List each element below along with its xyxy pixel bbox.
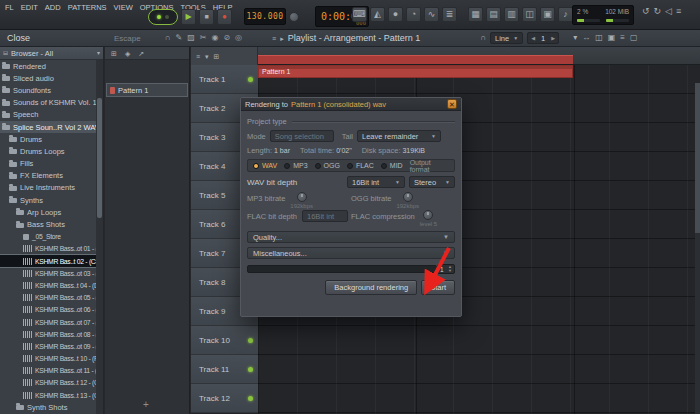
- tempo-tap-icon[interactable]: ♪: [558, 7, 573, 22]
- tempo-knob[interactable]: [289, 12, 299, 22]
- ogg-bitrate-knob[interactable]: [403, 192, 413, 202]
- browser-item[interactable]: KSHMR Bass..ot 07 - (E): [0, 316, 97, 328]
- browser-item[interactable]: Drums: [0, 133, 97, 145]
- playlist-menu-icon[interactable]: ≡: [272, 35, 276, 42]
- copies-spinner[interactable]: 1 ▲▼: [437, 264, 455, 274]
- mode-dropdown[interactable]: Song selection: [270, 130, 334, 142]
- format-option-mp3[interactable]: MP3: [284, 162, 307, 169]
- browser-scrollbar-thumb[interactable]: [97, 98, 102, 218]
- tail-dropdown[interactable]: Leave remainder ▼: [357, 130, 441, 142]
- stretch-icon[interactable]: ↔: [582, 34, 590, 42]
- pattern-stepper[interactable]: ◀ 1 ▶: [527, 32, 559, 44]
- browser-item[interactable]: KSHMR Bass..ot 06 - (D): [0, 304, 97, 316]
- browser-item[interactable]: Rendered: [0, 60, 97, 72]
- browser-item[interactable]: Bass Shots: [0, 218, 97, 230]
- browser-window-icon[interactable]: ◫: [522, 7, 537, 22]
- browser-item[interactable]: KSHMR Bass..t 12 - (G#): [0, 377, 97, 389]
- zoom-tool-icon[interactable]: ◎: [235, 34, 242, 42]
- pattern-clip[interactable]: Pattern 1: [258, 65, 573, 78]
- browser-item[interactable]: KSHMR Bass..t 04 - (D#): [0, 279, 97, 291]
- track-mute-led[interactable]: [248, 338, 253, 343]
- browser-item[interactable]: Synth Shots: [0, 401, 97, 413]
- mute-tool-icon[interactable]: ◉: [211, 34, 218, 42]
- snap-dropdown[interactable]: Line ▼: [490, 32, 523, 44]
- maximize-icon[interactable]: ▢: [630, 34, 638, 42]
- track-header[interactable]: Track 10: [191, 326, 258, 355]
- format-option-mid[interactable]: MID: [381, 162, 403, 169]
- browser-item[interactable]: Sounds of KSHMR Vol. 1: [0, 97, 97, 109]
- volume-icon[interactable]: ◁: [665, 7, 672, 16]
- slip-tool-icon[interactable]: ⊘: [223, 34, 230, 42]
- time-selection[interactable]: [258, 55, 573, 64]
- render-dialog-titlebar[interactable]: Rendering to Pattern 1 (consolidated) wa…: [241, 98, 461, 111]
- online-panel-icon[interactable]: ↻: [654, 7, 662, 16]
- menu-item-edit[interactable]: EDIT: [21, 3, 38, 12]
- countdown-icon[interactable]: ◔: [406, 7, 421, 22]
- browser-item[interactable]: Sliced audio: [0, 72, 97, 84]
- stepper-left-icon[interactable]: ◀: [531, 35, 535, 41]
- browser-item[interactable]: KSHMR Bass..ot 11 - (G): [0, 365, 97, 377]
- arrangement-picker-icon[interactable]: ▸: [280, 35, 284, 42]
- menu-item-add[interactable]: ADD: [45, 3, 61, 12]
- collapse-icon[interactable]: ⊟: [3, 50, 8, 56]
- pattern-swap-icon[interactable]: ◈: [125, 50, 130, 57]
- track-mute-led[interactable]: [248, 396, 253, 401]
- record-button[interactable]: ●: [217, 9, 232, 25]
- browser-item[interactable]: KSHMR Bass..ot 09 - (F): [0, 340, 97, 352]
- undo-icon[interactable]: ↺: [642, 7, 650, 16]
- track-header[interactable]: Track 12: [191, 384, 258, 413]
- browser-item[interactable]: KSHMR Bass..t 10 - (F#): [0, 353, 97, 365]
- mp3-bitrate-knob[interactable]: [297, 192, 307, 202]
- browser-item[interactable]: KSHMR Bass..t 13 - (G#): [0, 389, 97, 401]
- browser-item[interactable]: Fills: [0, 158, 97, 170]
- browser-item[interactable]: Speech: [0, 109, 97, 121]
- browser-header[interactable]: ⊟ Browser - All ▾: [0, 47, 103, 60]
- stop-button[interactable]: ■: [199, 9, 214, 25]
- track-header[interactable]: Track 11: [191, 355, 258, 384]
- detach-icon[interactable]: ▣: [608, 34, 616, 42]
- browser-item[interactable]: Soundfonts: [0, 84, 97, 96]
- about-icon[interactable]: ≡: [676, 7, 681, 16]
- playlist-scrollbar-thumb[interactable]: [695, 83, 700, 233]
- recording-mode-icon[interactable]: ∿: [424, 7, 439, 22]
- browser-item[interactable]: Drums Loops: [0, 145, 97, 157]
- draw-tool-icon[interactable]: ✎: [175, 34, 182, 42]
- browser-item[interactable]: FX Elements: [0, 170, 97, 182]
- metronome-icon[interactable]: ◭: [370, 7, 385, 22]
- format-option-wav[interactable]: WAV: [253, 162, 277, 169]
- playlist-ruler[interactable]: ≡▾⊞: [191, 47, 700, 65]
- wait-for-input-icon[interactable]: ●: [388, 7, 403, 22]
- track-mute-led[interactable]: [248, 77, 253, 82]
- typing-keyboard-icon[interactable]: ⌨: [352, 7, 367, 22]
- menu-item-patterns[interactable]: PATTERNS: [68, 3, 107, 12]
- track-mute-led[interactable]: [248, 367, 253, 372]
- browser-item[interactable]: KSHMR Bass..ot 08 - (E): [0, 328, 97, 340]
- close-menu[interactable]: Close: [7, 33, 30, 43]
- pat-song-switch[interactable]: [148, 9, 178, 25]
- browser-item[interactable]: _05_Store: [0, 231, 97, 243]
- playlist-scrollbar[interactable]: [695, 83, 700, 414]
- play-button[interactable]: ▶: [181, 9, 196, 25]
- pattern-grid-icon[interactable]: ⊞: [111, 50, 117, 57]
- magnet-icon[interactable]: ∩: [165, 34, 171, 42]
- format-option-ogg[interactable]: OGG: [315, 162, 340, 169]
- browser-item[interactable]: Synths: [0, 194, 97, 206]
- paint-tool-icon[interactable]: ▨: [187, 34, 195, 42]
- browser-item[interactable]: KSHMR Bas..t 02 - (C#): [0, 255, 97, 267]
- snap-magnet-icon[interactable]: ∩: [480, 34, 486, 42]
- step-edit-icon[interactable]: ≣: [442, 7, 457, 22]
- pattern-expand-icon[interactable]: ↗: [138, 50, 144, 57]
- browser-item[interactable]: Live Instruments: [0, 182, 97, 194]
- track-add-icon[interactable]: ⊞: [214, 53, 220, 60]
- browser-item[interactable]: KSHMR Bass..ot 05 - (D): [0, 292, 97, 304]
- browser-item[interactable]: Arp Loops: [0, 206, 97, 218]
- flac-depth-dropdown[interactable]: 16Bit int: [302, 210, 348, 222]
- track-header[interactable]: Track 1: [191, 65, 258, 94]
- miscellaneous-section[interactable]: Miscellaneous... ▼: [247, 247, 455, 259]
- chevron-down-icon[interactable]: ▾: [97, 50, 100, 56]
- browser-item[interactable]: KSHMR Bass..ot 03 - (D): [0, 267, 97, 279]
- browser-item[interactable]: Splice Soun..R Vol 2 WAV: [0, 121, 97, 133]
- multilink-icon[interactable]: ◫: [595, 34, 603, 42]
- add-pattern-button[interactable]: +: [143, 399, 149, 410]
- flac-compression-knob[interactable]: [423, 210, 433, 220]
